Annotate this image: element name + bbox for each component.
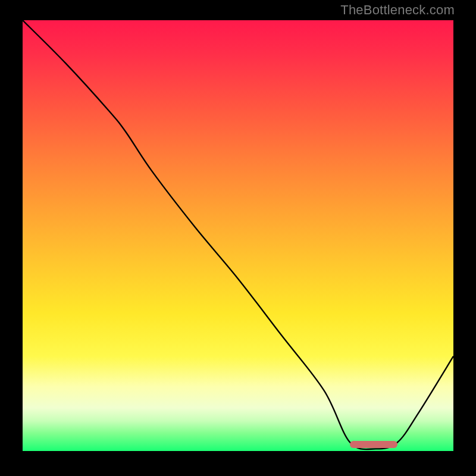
plot-area [23, 20, 453, 451]
curve-svg [23, 20, 453, 451]
attribution-text: TheBottleneck.com [340, 2, 455, 18]
chart-container: TheBottleneck.com [0, 0, 476, 476]
bottleneck-curve [23, 20, 453, 449]
optimal-marker [350, 441, 397, 448]
